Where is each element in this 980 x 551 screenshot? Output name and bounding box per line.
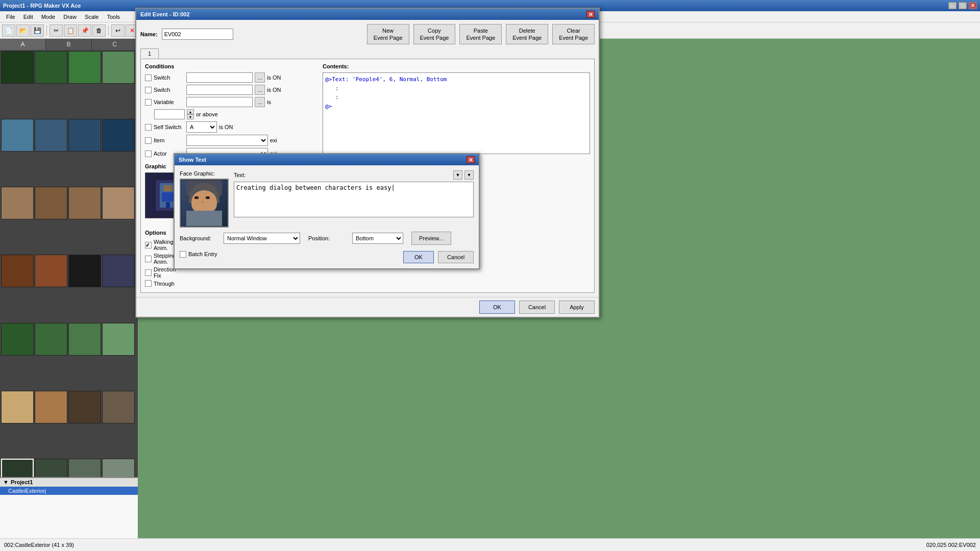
face-graphic-box[interactable]	[180, 179, 229, 228]
name-input[interactable]	[162, 29, 233, 40]
tile-17[interactable]	[35, 323, 67, 356]
selfswitch-select[interactable]: ABCD	[186, 121, 217, 133]
clear-event-page-btn[interactable]: Clear Event Page	[552, 24, 595, 44]
variable-browse-btn[interactable]: …	[255, 97, 265, 107]
paste-event-page-btn[interactable]: Paste Event Page	[459, 24, 502, 44]
tile-tab-a[interactable]: A	[0, 39, 46, 50]
condition-selfswitch-row: Self Switch ABCD is ON	[145, 121, 318, 133]
selfswitch-checkbox[interactable]	[145, 124, 152, 131]
variable-checkbox[interactable]	[145, 99, 152, 106]
tile-8[interactable]	[1, 187, 34, 219]
stepping-anim-checkbox[interactable]	[145, 256, 152, 262]
position-select[interactable]: Bottom Middle Top	[352, 233, 403, 244]
close-btn[interactable]: ✕	[969, 2, 977, 9]
tile-20[interactable]	[1, 391, 34, 423]
tile-15[interactable]	[102, 255, 135, 287]
toolbar-new[interactable]: 📄	[2, 24, 15, 37]
tile-3[interactable]	[102, 51, 135, 84]
tile-12[interactable]	[1, 255, 34, 287]
variable-num-input[interactable]	[154, 109, 185, 119]
menu-edit[interactable]: Edit	[19, 13, 37, 21]
tile-11[interactable]	[102, 187, 135, 219]
tile-0[interactable]	[1, 51, 34, 84]
tile-6[interactable]	[68, 119, 101, 152]
tile-16[interactable]	[1, 323, 34, 356]
face-section: Face Graphic:	[180, 170, 229, 228]
variable-spin[interactable]: ▲ ▼	[187, 109, 194, 119]
spin-down-btn[interactable]: ▼	[187, 114, 194, 119]
switch2-input[interactable]	[186, 85, 253, 95]
toolbar-open[interactable]: 📂	[16, 24, 30, 37]
direction-fix-checkbox[interactable]	[145, 269, 152, 276]
maximize-btn[interactable]: □	[959, 2, 967, 9]
toolbar-cut[interactable]: ✂	[50, 24, 63, 37]
show-text-ok-btn[interactable]: OK	[403, 251, 434, 263]
tile-14[interactable]	[68, 255, 101, 287]
tile-4[interactable]	[1, 119, 34, 152]
edit-event-cancel-btn[interactable]: Cancel	[519, 300, 555, 314]
show-text-cancel-btn[interactable]: Cancel	[438, 251, 474, 263]
tile-2[interactable]	[68, 51, 101, 84]
tab-1[interactable]: 1	[140, 48, 159, 59]
walking-anim-checkbox[interactable]: ✓	[145, 242, 152, 248]
switch2-browse-btn[interactable]: …	[255, 85, 265, 95]
toolbar-paste[interactable]: 📌	[78, 24, 91, 37]
menu-draw[interactable]: Draw	[59, 13, 81, 21]
through-checkbox[interactable]	[145, 280, 152, 287]
toolbar-save[interactable]: 💾	[31, 24, 44, 37]
project-panel: ▼ Project1 CastleiExteriorj	[0, 477, 138, 538]
tile-18[interactable]	[68, 323, 101, 356]
switch1-input[interactable]	[186, 72, 253, 83]
switch2-status: is ON	[267, 87, 281, 93]
menu-mode[interactable]: Mode	[37, 13, 60, 21]
tile-21[interactable]	[35, 391, 67, 423]
tile-7[interactable]	[102, 119, 135, 152]
batch-entry-checkbox[interactable]	[180, 251, 186, 258]
tile-22[interactable]	[68, 391, 101, 423]
background-select[interactable]: Normal Window Dim Transparent	[224, 233, 300, 244]
tile-5[interactable]	[35, 119, 67, 152]
tile-10[interactable]	[68, 187, 101, 219]
tile-23[interactable]	[102, 391, 135, 423]
toolbar-undo[interactable]: ↩	[111, 24, 125, 37]
text-dropdown-btn1[interactable]: ▼	[453, 170, 462, 180]
direction-fix-label: Direction Fix	[154, 266, 176, 279]
preview-btn[interactable]: Preview...	[411, 232, 451, 245]
toolbar-delete[interactable]: 🗑	[92, 24, 106, 37]
project-item-castle[interactable]: CastleiExteriorj	[0, 487, 138, 495]
edit-event-close-btn[interactable]: ✕	[586, 11, 595, 18]
tile-9[interactable]	[35, 187, 67, 219]
new-event-page-btn[interactable]: New Event Page	[367, 24, 409, 44]
project-root[interactable]: Project1	[11, 479, 33, 485]
spin-up-btn[interactable]: ▲	[187, 109, 194, 114]
tile-1[interactable]	[35, 51, 67, 84]
edit-event-apply-btn[interactable]: Apply	[559, 300, 595, 314]
delete-event-page-btn[interactable]: Delete Event Page	[506, 24, 548, 44]
text-area[interactable]: Creating dialog between characters is ea…	[234, 182, 474, 217]
conditions-title: Conditions	[145, 63, 318, 69]
batch-entry-label: Batch Entry	[188, 251, 217, 257]
contents-area[interactable]: @>Text: 'People4', 6, Normal, Bottom : :…	[323, 72, 590, 154]
variable-input[interactable]	[186, 97, 253, 107]
tile-19[interactable]	[102, 323, 135, 356]
item-select[interactable]	[186, 135, 268, 146]
switch1-checkbox[interactable]	[145, 74, 152, 81]
item-checkbox[interactable]	[145, 137, 152, 144]
switch1-browse-btn[interactable]: …	[255, 72, 265, 83]
minimize-btn[interactable]: ─	[948, 2, 957, 9]
switch2-checkbox[interactable]	[145, 87, 152, 93]
copy-event-page-btn[interactable]: Copy Event Page	[413, 24, 456, 44]
tile-13[interactable]	[35, 255, 67, 287]
menu-scale[interactable]: Scale	[81, 13, 103, 21]
menu-tools[interactable]: Tools	[103, 13, 124, 21]
actor-checkbox[interactable]	[145, 151, 152, 157]
tile-tab-row: A B C	[0, 39, 138, 50]
show-text-close-btn[interactable]: ✕	[467, 156, 475, 163]
text-dropdown-btn2[interactable]: ▼	[464, 170, 474, 180]
menu-file[interactable]: File	[2, 13, 19, 21]
tile-tab-c[interactable]: C	[92, 39, 138, 50]
toolbar-copy[interactable]: 📋	[64, 24, 77, 37]
edit-event-ok-btn[interactable]: OK	[479, 300, 515, 314]
contents-title: Contents:	[323, 63, 590, 69]
tile-tab-b[interactable]: B	[46, 39, 92, 50]
